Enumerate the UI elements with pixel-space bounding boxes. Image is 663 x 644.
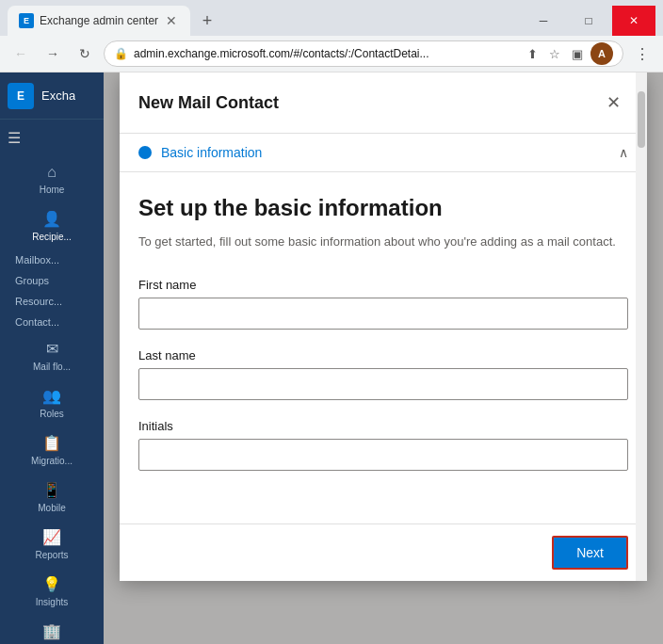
minimize-button[interactable]: ─ bbox=[522, 6, 565, 36]
submenu-groups[interactable]: Groups bbox=[8, 270, 104, 291]
first-name-input[interactable] bbox=[138, 298, 628, 330]
modal-body: Set up the basic information To get star… bbox=[120, 172, 647, 523]
close-window-button[interactable]: ✕ bbox=[612, 6, 655, 36]
modal-overlay: New Mail Contact ✕ Basic information ∧ S… bbox=[104, 72, 663, 644]
sidebar-nav: ☰ ⌂ Home 👤 Recipie... Mailbox... Groups … bbox=[0, 120, 104, 644]
sidebar-item-home[interactable]: ⌂ Home bbox=[0, 156, 104, 202]
reports-icon: 📈 bbox=[42, 528, 61, 546]
refresh-button[interactable]: ↻ bbox=[72, 40, 98, 67]
sidebar-brand: Excha bbox=[41, 89, 75, 103]
initials-input[interactable] bbox=[138, 439, 628, 471]
hamburger-icon: ☰ bbox=[8, 129, 21, 147]
last-name-input[interactable] bbox=[138, 368, 628, 400]
forward-button[interactable]: → bbox=[40, 40, 66, 67]
last-name-group: Last name bbox=[138, 348, 628, 400]
share-icon[interactable]: ⬆ bbox=[523, 44, 542, 63]
modal-panel: New Mail Contact ✕ Basic information ∧ S… bbox=[120, 72, 647, 581]
section-header[interactable]: Basic information ∧ bbox=[120, 134, 647, 172]
roles-icon: 👥 bbox=[42, 387, 61, 405]
home-icon: ⌂ bbox=[47, 164, 57, 181]
sidebar-icon[interactable]: ▣ bbox=[568, 44, 587, 63]
back-button[interactable]: ← bbox=[8, 40, 34, 67]
app-layout: E Excha ☰ ⌂ Home 👤 Recipie... Mailbox...… bbox=[0, 72, 663, 644]
address-bar[interactable]: 🔒 admin.exchange.microsoft.com/#/contact… bbox=[104, 40, 623, 67]
sidebar-item-migration[interactable]: 📋 Migratio... bbox=[0, 427, 104, 474]
sidebar-item-mailflow[interactable]: ✉ Mail flo... bbox=[0, 332, 104, 379]
insights-icon: 💡 bbox=[42, 575, 61, 593]
sidebar-item-org[interactable]: 🏢 Organiz... bbox=[0, 615, 104, 644]
browser-chrome: E Exchange admin center ✕ + ─ □ ✕ ← → ↻ … bbox=[0, 0, 663, 72]
next-button[interactable]: Next bbox=[552, 536, 628, 570]
tab-favicon: E bbox=[19, 13, 34, 28]
migration-icon: 📋 bbox=[42, 434, 61, 452]
tab-title: Exchange admin center bbox=[40, 14, 158, 27]
submenu-resources[interactable]: Resourc... bbox=[8, 291, 104, 312]
bookmark-icon[interactable]: ☆ bbox=[545, 44, 564, 63]
first-name-label: First name bbox=[138, 278, 628, 292]
sidebar-label-mobile: Mobile bbox=[38, 503, 65, 513]
profile-avatar[interactable]: A bbox=[590, 42, 613, 65]
modal-title: New Mail Contact bbox=[138, 93, 598, 113]
sidebar-item-insights[interactable]: 💡 Insights bbox=[0, 568, 104, 615]
new-tab-button[interactable]: + bbox=[194, 8, 220, 34]
app-logo: E bbox=[8, 83, 34, 109]
sidebar-label-home: Home bbox=[40, 185, 65, 195]
scrollbar-thumb bbox=[638, 91, 645, 148]
form-heading: Set up the basic information bbox=[138, 195, 628, 221]
scrollbar[interactable] bbox=[636, 72, 647, 581]
active-tab[interactable]: E Exchange admin center ✕ bbox=[8, 6, 190, 36]
modal-header: New Mail Contact ✕ bbox=[120, 72, 647, 134]
sidebar-label-reports: Reports bbox=[35, 550, 68, 560]
section-chevron-icon: ∧ bbox=[619, 145, 628, 160]
sidebar: E Excha ☰ ⌂ Home 👤 Recipie... Mailbox...… bbox=[0, 72, 104, 644]
address-text: admin.exchange.microsoft.com/#/contacts/… bbox=[134, 47, 517, 60]
initials-label: Initials bbox=[138, 419, 628, 433]
tab-close-button[interactable]: ✕ bbox=[164, 13, 179, 28]
sidebar-header: E Excha bbox=[0, 72, 104, 120]
last-name-label: Last name bbox=[138, 348, 628, 362]
window-controls: ─ □ ✕ bbox=[522, 6, 655, 36]
sidebar-label-roles: Roles bbox=[40, 409, 64, 419]
sidebar-label-recipients: Recipie... bbox=[32, 232, 72, 242]
form-description: To get started, fill out some basic info… bbox=[138, 233, 628, 251]
first-name-group: First name bbox=[138, 278, 628, 330]
main-content: New Mail Contact ✕ Basic information ∧ S… bbox=[104, 72, 663, 644]
sidebar-label-insights: Insights bbox=[36, 597, 68, 607]
mailflow-icon: ✉ bbox=[46, 340, 58, 358]
sidebar-item-recipients[interactable]: 👤 Recipie... bbox=[0, 202, 104, 250]
modal-close-button[interactable]: ✕ bbox=[598, 88, 628, 118]
maximize-button[interactable]: □ bbox=[567, 6, 610, 36]
sidebar-item-reports[interactable]: 📈 Reports bbox=[0, 521, 104, 568]
section-indicator bbox=[138, 146, 152, 159]
address-bar-row: ← → ↻ 🔒 admin.exchange.microsoft.com/#/c… bbox=[0, 36, 663, 72]
sidebar-item-mobile[interactable]: 📱 Mobile bbox=[0, 474, 104, 521]
tab-bar: E Exchange admin center ✕ + ─ □ ✕ bbox=[0, 0, 663, 36]
recipients-submenu: Mailbox... Groups Resourc... Contact... bbox=[0, 250, 104, 332]
submenu-mailboxes[interactable]: Mailbox... bbox=[8, 250, 104, 270]
sidebar-item-roles[interactable]: 👥 Roles bbox=[0, 379, 104, 427]
lock-icon: 🔒 bbox=[114, 47, 128, 60]
sidebar-label-mailflow: Mail flo... bbox=[33, 362, 71, 372]
recipients-icon: 👤 bbox=[42, 210, 61, 228]
sidebar-label-migration: Migratio... bbox=[31, 456, 73, 466]
initials-group: Initials bbox=[138, 419, 628, 471]
sidebar-menu-toggle[interactable]: ☰ bbox=[0, 120, 104, 156]
section-title: Basic information bbox=[161, 145, 619, 160]
org-icon: 🏢 bbox=[42, 622, 61, 640]
modal-footer: Next bbox=[120, 523, 647, 581]
browser-menu-button[interactable]: ⋮ bbox=[629, 40, 655, 67]
submenu-contacts[interactable]: Contact... bbox=[8, 312, 104, 332]
mobile-icon: 📱 bbox=[42, 481, 61, 499]
address-icons: ⬆ ☆ ▣ A bbox=[523, 42, 613, 65]
